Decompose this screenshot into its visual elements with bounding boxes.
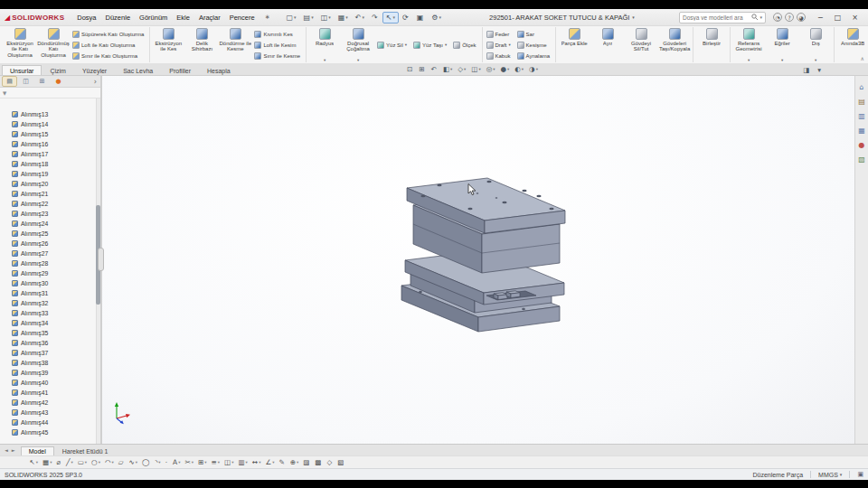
ribbon-button[interactable]: Loft ile Kesim	[252, 40, 304, 50]
feature-tree-item[interactable]: Alınmış40	[0, 378, 100, 388]
rebuild-icon[interactable]: ⟳	[399, 12, 413, 23]
ribbon-button[interactable]: Süpürerek Katı Oluşturma	[71, 29, 147, 39]
convert-entities-icon[interactable]: ⊞▾	[195, 458, 209, 466]
help-icon[interactable]: ?	[785, 13, 794, 22]
menu-item[interactable]: Düzenle	[101, 12, 136, 23]
file-explorer-icon[interactable]: ▥	[858, 112, 865, 120]
arc-icon[interactable]: ◠▾	[102, 458, 116, 466]
feature-tree-item[interactable]: Alınmış42	[0, 398, 100, 408]
tab-scroll-right-icon[interactable]: ►	[10, 447, 17, 453]
circle-icon[interactable]: ○▾	[90, 458, 103, 466]
tab-scroll-left-icon[interactable]: ◄	[3, 447, 10, 453]
feature-tree-item[interactable]: Alınmış17	[0, 149, 100, 159]
ribbon-button[interactable]: Loft ile Katı Oluşturma	[71, 40, 147, 50]
search-input[interactable]	[683, 14, 749, 21]
feature-tree-item[interactable]: Alınmış32	[0, 298, 100, 308]
new-document-icon[interactable]: ▢ ▾	[283, 12, 300, 23]
menu-item[interactable]: Görünüm	[135, 12, 172, 23]
command-tab[interactable]: Yüzeyler	[74, 65, 115, 75]
feature-tree-item[interactable]: Alınmış27	[0, 249, 100, 258]
ribbon-button[interactable]: Sınır ile Katı Oluşturma	[71, 51, 147, 61]
ribbon-button[interactable]: Yüz Sil▾	[375, 40, 409, 50]
document-view-tab[interactable]: Hareket Etüdü 1	[54, 446, 117, 455]
ribbon-button[interactable]: Ayır	[591, 27, 624, 62]
model-3d[interactable]	[102, 76, 854, 444]
offset-entities-icon[interactable]: ≡▾	[209, 458, 222, 466]
menu-item[interactable]: Ekle	[172, 12, 194, 23]
home-icon[interactable]: ⌂	[859, 83, 863, 91]
feature-tree-item[interactable]: Alınmış14	[0, 119, 100, 129]
feature-tree-item[interactable]: Alınmış44	[0, 418, 100, 427]
feature-tree-item[interactable]: Alınmış45	[0, 427, 100, 437]
display-style-icon[interactable]: ◫▾	[469, 65, 482, 73]
tree-scrollbar[interactable]	[96, 99, 100, 444]
feature-tree-item[interactable]: Alınmış34	[0, 318, 100, 328]
select-pointer-icon[interactable]: ↖▾	[27, 458, 41, 466]
smart-dimension-icon[interactable]: ⌀	[54, 458, 64, 466]
view-settings-icon[interactable]: ◑▾	[527, 65, 540, 73]
display-pane-icon[interactable]: ◨	[801, 66, 811, 74]
feature-tree-item[interactable]: Alınmış35	[0, 328, 100, 338]
command-tab[interactable]: Unsurlar	[2, 65, 42, 75]
collapse-ribbon-button[interactable]: ∧	[861, 55, 864, 61]
ribbon-button[interactable]: Sınır ile Kesme	[252, 51, 304, 61]
appearances-icon[interactable]: ●	[859, 141, 865, 149]
print-icon[interactable]: ▦ ▾	[335, 12, 352, 23]
ribbon-button[interactable]: Gövdeyi Sil/Tut	[625, 27, 657, 62]
ribbon-button[interactable]: Kıvrımlı Kes	[252, 29, 304, 39]
ribbon-button[interactable]: Döndürülmüş Katı Oluşturma	[37, 27, 70, 62]
feature-tree-item[interactable]: Alınmış13	[0, 109, 100, 119]
feature-tree-item[interactable]: Alınmış18	[0, 159, 100, 169]
tree-filter-bar[interactable]: ▼	[0, 88, 100, 99]
task-pane-toggle-icon[interactable]: ▾	[816, 66, 823, 74]
search-box[interactable]: ▾	[679, 12, 766, 23]
open-icon[interactable]: ▤ ▾	[300, 12, 317, 23]
quick-snaps-icon[interactable]: ⊕▾	[288, 458, 301, 466]
ribbon-button[interactable]: Eğriler▾	[766, 27, 798, 62]
display-relations-icon[interactable]: ∠▾	[263, 458, 277, 466]
ribbon-button[interactable]: Aynalama	[515, 51, 554, 61]
document-title[interactable]: 292501- ARAKAT SOKET TUTUCU & KAPAĞI ▾	[489, 14, 635, 22]
feature-tree-item[interactable]: Alınmış31	[0, 288, 100, 298]
feature-tree-item[interactable]: Alınmış19	[0, 169, 100, 179]
ellipse-icon[interactable]: ◯	[140, 458, 153, 466]
ribbon-button[interactable]: Kesişme	[515, 40, 554, 50]
command-tab[interactable]: Çizim	[42, 65, 74, 75]
feature-tree-item[interactable]: Alınmış29	[0, 268, 100, 278]
document-view-tab[interactable]: Model	[21, 446, 54, 455]
ribbon-button[interactable]: Referans Geometrisi▾	[732, 27, 765, 62]
user-account-icon[interactable]: ◔	[773, 13, 782, 22]
ribbon-button[interactable]: Doğrusal Çoğaltma▾	[342, 27, 374, 62]
ribbon-button[interactable]: Draft▾	[485, 40, 514, 50]
ribbon-button[interactable]: Parça Ekle	[558, 27, 590, 62]
menu-item[interactable]: Araçlar	[194, 12, 225, 23]
move-entities-icon[interactable]: ↔▾	[250, 458, 263, 466]
graphics-area[interactable]	[102, 76, 854, 444]
ribbon-button[interactable]: Ekstrüzyon ile Katı Oluşturma	[4, 27, 36, 62]
ribbon-button[interactable]: Radyus▾	[308, 27, 341, 62]
view-palette-icon[interactable]: ▦	[858, 127, 865, 135]
feature-tree-item[interactable]: Alınmış25	[0, 229, 100, 239]
view-orientation-icon[interactable]: ◇▾	[456, 65, 467, 73]
feature-tree-item[interactable]: Alınmış38	[0, 358, 100, 368]
feature-tree-item[interactable]: Alınmış43	[0, 408, 100, 418]
feature-tree-item[interactable]: Alınmış20	[0, 179, 100, 189]
section-view-icon[interactable]: ◧▾	[441, 65, 454, 73]
maximize-button[interactable]: □	[829, 14, 847, 22]
feature-tree-item[interactable]: Alınmış21	[0, 189, 100, 199]
ribbon-button[interactable]: Birleştir	[695, 27, 728, 62]
menu-item[interactable]: Pencere	[225, 12, 259, 23]
command-tab[interactable]: Sac Levha	[115, 65, 161, 75]
grid-system-icon[interactable]: ▦▾	[41, 458, 54, 466]
panel-expand-icon[interactable]: ›	[94, 78, 99, 86]
apply-scene-icon[interactable]: ◐▾	[513, 65, 525, 73]
line-icon[interactable]: ╱▾	[63, 458, 75, 466]
ribbon-button[interactable]: Ekstrüzyon ile Kes	[152, 27, 184, 62]
edit-appearance-icon[interactable]: ●▾	[498, 65, 511, 73]
linear-sketch-pattern-icon[interactable]: ▥▾	[236, 458, 250, 466]
feature-tree-item[interactable]: Alınmış24	[0, 219, 100, 229]
propertymanager-tab-icon[interactable]: ◫	[18, 76, 33, 87]
ribbon-button[interactable]: Ölçek	[451, 40, 479, 50]
feature-tree-item[interactable]: Alınmış33	[0, 308, 100, 318]
panel-splitter-handle[interactable]	[98, 248, 104, 271]
